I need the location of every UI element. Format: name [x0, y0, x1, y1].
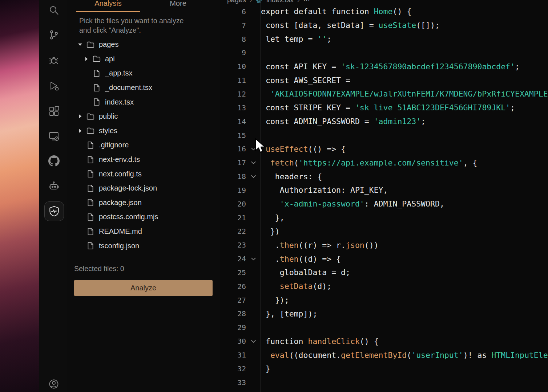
code-text: fetch('https://api.example.com/sensitive… — [261, 158, 548, 167]
line-number: 33 — [220, 378, 246, 387]
tree-file-index-tsx[interactable]: index.tsx — [67, 95, 220, 109]
tree-file-package-lock-json[interactable]: package-lock.json — [67, 181, 220, 196]
fold-chevron-icon[interactable] — [246, 338, 261, 344]
code-line-20[interactable]: 20 'x-admin-password': ADMIN_PASSWORD, — [220, 197, 548, 211]
code-area: 6export default function Home() {7 const… — [220, 5, 548, 389]
remote-explorer-icon[interactable] — [44, 127, 63, 146]
code-line-26[interactable]: 26 setData(d); — [220, 279, 548, 293]
code-line-25[interactable]: 25 globalData = d; — [220, 266, 548, 279]
code-text: globalData = d; — [261, 268, 548, 277]
code-line-15[interactable]: 15 — [220, 128, 548, 142]
chevron-expanded-icon[interactable] — [77, 42, 83, 48]
tree-folder-public[interactable]: public — [67, 109, 220, 124]
line-number: 25 — [220, 268, 246, 277]
tree-item-label: index.tsx — [105, 98, 134, 106]
code-line-7[interactable]: 7 const [data, setData] = useState([]); — [220, 19, 548, 32]
chevron-collapsed-icon[interactable] — [77, 114, 83, 119]
code-line-12[interactable]: 12 'AKIAIOSFODNN7EXAMPLE/wJalrXUtnFEMI/K… — [220, 87, 548, 101]
line-number: 21 — [220, 213, 246, 222]
breadcrumb-item[interactable]: ⋯ — [303, 0, 310, 4]
tree-file--document-tsx[interactable]: _document.tsx — [67, 81, 220, 95]
robot-icon[interactable] — [44, 177, 63, 196]
file-icon — [92, 69, 101, 78]
line-number: 27 — [220, 296, 246, 305]
line-number: 28 — [220, 309, 246, 318]
tab-more[interactable]: More — [156, 0, 200, 11]
breadcrumb-separator: › — [297, 0, 299, 4]
search-icon[interactable] — [44, 1, 63, 20]
file-icon — [86, 141, 95, 150]
chevron-collapsed-icon[interactable] — [77, 128, 83, 134]
code-line-33[interactable]: 33 — [220, 376, 548, 389]
line-number: 6 — [220, 7, 246, 16]
code-line-28[interactable]: 28 }, [temp]); — [220, 307, 548, 321]
tab-analysis[interactable]: Analysis — [76, 0, 140, 12]
code-line-11[interactable]: 11 const AWS_SECRET = — [220, 73, 548, 87]
tree-file-postcss-config-mjs[interactable]: postcss.config.mjs — [67, 210, 220, 224]
tree-item-label: README.md — [99, 227, 142, 236]
code-text: const [data, setData] = useState([]); — [261, 21, 548, 30]
account-icon[interactable] — [44, 375, 63, 392]
code-line-29[interactable]: 29 — [220, 320, 548, 334]
code-text: }, [temp]); — [261, 309, 548, 318]
code-line-24[interactable]: 24 .then((d) => { — [220, 252, 548, 266]
code-line-18[interactable]: 18 headers: { — [220, 170, 548, 183]
code-line-21[interactable]: 21 }, — [220, 211, 548, 225]
tree-file-next-config-ts[interactable]: next.config.ts — [67, 167, 220, 181]
code-line-32[interactable]: 32 } — [220, 362, 548, 376]
folder-icon — [86, 126, 95, 135]
breadcrumb-item[interactable]: index.tsx — [266, 0, 294, 4]
file-icon — [86, 184, 95, 193]
code-line-16[interactable]: 16 useEffect(() => { — [220, 142, 548, 156]
line-number: 18 — [220, 172, 246, 181]
folder-icon — [86, 40, 95, 49]
fold-chevron-icon[interactable] — [246, 173, 261, 180]
line-number: 30 — [220, 337, 246, 346]
tree-file-tsconfig-json[interactable]: tsconfig.json — [67, 238, 220, 253]
code-line-9[interactable]: 9 — [220, 46, 548, 60]
code-line-8[interactable]: 8 let temp = ''; — [220, 32, 548, 46]
fold-chevron-icon[interactable] — [246, 160, 261, 166]
extensions-icon[interactable] — [44, 102, 63, 121]
sidebar-description: Pick the files you want to analyze and c… — [79, 16, 210, 35]
tree-file-next-env-d-ts[interactable]: next-env.d.ts — [67, 152, 220, 167]
code-text: }, — [261, 213, 548, 222]
code-line-23[interactable]: 23 .then((r) => r.json()) — [220, 238, 548, 252]
code-line-6[interactable]: 6export default function Home() { — [220, 5, 548, 19]
react-icon — [255, 0, 263, 4]
code-line-22[interactable]: 22 }) — [220, 225, 548, 238]
tree-folder-api[interactable]: api — [67, 52, 220, 66]
tree-file-readme-md[interactable]: README.md — [67, 224, 220, 239]
line-number: 16 — [220, 144, 246, 153]
folder-icon — [86, 112, 95, 121]
tree-item-label: next.config.ts — [99, 170, 142, 178]
code-line-17[interactable]: 17 fetch('https://api.example.com/sensit… — [220, 156, 548, 170]
line-number: 24 — [220, 254, 246, 263]
run-and-debug-icon[interactable] — [44, 76, 63, 95]
tree-file--app-tsx[interactable]: _app.tsx — [67, 66, 220, 81]
tree-item-label: package.json — [99, 199, 142, 207]
code-line-10[interactable]: 10 const API_KEY = 'sk-1234567890abcdef1… — [220, 60, 548, 73]
github-icon[interactable] — [44, 151, 63, 170]
code-line-14[interactable]: 14 const ADMIN_PASSWORD = 'admin123'; — [220, 115, 548, 128]
debug-icon[interactable] — [44, 51, 63, 70]
chevron-collapsed-icon[interactable] — [84, 56, 89, 62]
code-line-19[interactable]: 19 Authorization: API_KEY, — [220, 183, 548, 197]
tree-file-package-json[interactable]: package.json — [67, 196, 220, 210]
source-control-icon[interactable] — [44, 25, 63, 44]
fold-chevron-icon[interactable] — [246, 146, 261, 152]
code-line-13[interactable]: 13 const STRIPE_KEY = 'sk_live_51ABC123D… — [220, 101, 548, 115]
code-line-27[interactable]: 27 }); — [220, 293, 548, 307]
tree-folder-styles[interactable]: styles — [67, 124, 220, 138]
fold-chevron-icon[interactable] — [246, 256, 261, 262]
tree-file--gitignore[interactable]: .gitignore — [67, 138, 220, 152]
file-icon — [92, 83, 101, 92]
analyze-button[interactable]: Analyze — [74, 280, 213, 296]
code-line-31[interactable]: 31 eval((document.getElementById('userIn… — [220, 348, 548, 362]
tree-folder-pages[interactable]: pages — [67, 37, 220, 52]
breadcrumb-item[interactable]: pages — [227, 0, 246, 4]
code-line-30[interactable]: 30 function handleClick() { — [220, 334, 548, 348]
code-text: Authorization: API_KEY, — [261, 185, 548, 195]
line-number: 29 — [220, 323, 246, 332]
shield-icon[interactable] — [44, 201, 64, 221]
